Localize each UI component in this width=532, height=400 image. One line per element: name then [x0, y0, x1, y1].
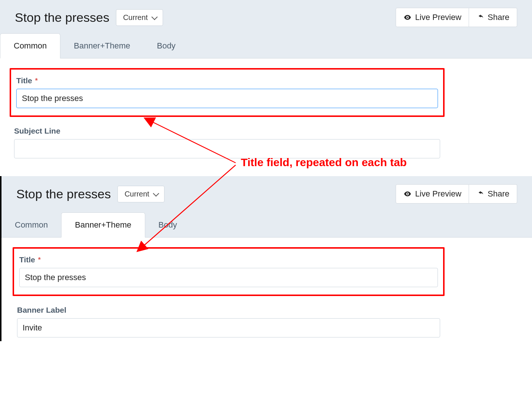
- share-label: Share: [488, 189, 509, 199]
- annotation-callout-text: Title field, repeated on each tab: [241, 156, 407, 169]
- header-bar: Stop the presses Current Live Preview Sh…: [0, 0, 532, 33]
- subject-line-input[interactable]: [14, 139, 440, 158]
- live-preview-label: Live Preview: [415, 189, 462, 199]
- subject-line-group: Subject Line: [7, 117, 447, 162]
- header-actions: Live Preview Share: [396, 8, 517, 27]
- panel-banner-theme-tab: Stop the presses Current Live Preview Sh…: [0, 176, 532, 341]
- tab-body[interactable]: Body: [144, 34, 189, 58]
- share-icon: [476, 190, 484, 198]
- title-input[interactable]: [16, 89, 438, 108]
- required-asterisk: *: [35, 77, 38, 85]
- header-bar: Stop the presses Current Live Preview Sh…: [1, 176, 532, 212]
- page-title: Stop the presses: [15, 10, 109, 25]
- form-area: Title * Subject Line: [7, 68, 447, 162]
- share-icon: [476, 14, 484, 21]
- eye-icon: [403, 190, 412, 198]
- share-label: Share: [488, 13, 509, 22]
- tab-body[interactable]: Body: [145, 213, 190, 237]
- annotation-highlight-box: Title *: [10, 68, 445, 117]
- banner-label-group: Banner Label: [10, 296, 447, 341]
- version-dropdown-label: Current: [123, 13, 148, 22]
- title-input[interactable]: [19, 268, 438, 287]
- share-button[interactable]: Share: [469, 184, 517, 204]
- required-asterisk: *: [38, 256, 41, 264]
- live-preview-label: Live Preview: [415, 13, 462, 22]
- version-dropdown[interactable]: Current: [116, 9, 163, 26]
- header-actions: Live Preview Share: [396, 184, 517, 204]
- tab-common[interactable]: Common: [1, 213, 61, 237]
- form-area: Title * Banner Label: [10, 247, 447, 341]
- tab-strip: Common Banner+Theme Body: [1, 212, 532, 238]
- tab-strip: Common Banner+Theme Body: [0, 33, 532, 58]
- tab-common[interactable]: Common: [0, 33, 60, 58]
- annotation-highlight-box: Title *: [13, 247, 445, 296]
- version-dropdown[interactable]: Current: [117, 186, 164, 202]
- banner-label-label: Banner Label: [17, 306, 440, 315]
- live-preview-button[interactable]: Live Preview: [396, 184, 469, 204]
- share-button[interactable]: Share: [469, 8, 517, 27]
- chevron-down-icon: [153, 190, 157, 198]
- tab-banner-theme[interactable]: Banner+Theme: [60, 34, 143, 58]
- page-title: Stop the presses: [16, 187, 111, 201]
- chevron-down-icon: [152, 13, 156, 22]
- banner-label-input[interactable]: [17, 318, 440, 337]
- subject-line-label: Subject Line: [14, 127, 440, 135]
- live-preview-button[interactable]: Live Preview: [396, 8, 469, 27]
- tab-banner-theme[interactable]: Banner+Theme: [61, 212, 145, 238]
- panel-common-tab: Stop the presses Current Live Preview Sh…: [0, 0, 532, 162]
- title-field-label: Title *: [19, 255, 438, 264]
- title-field-label: Title *: [16, 76, 438, 85]
- eye-icon: [403, 13, 412, 21]
- version-dropdown-label: Current: [124, 190, 149, 198]
